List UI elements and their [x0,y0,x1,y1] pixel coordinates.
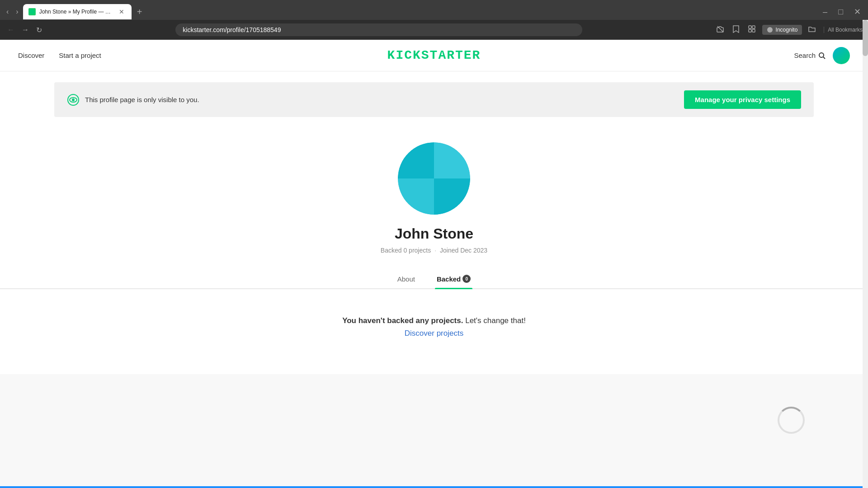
tab-about[interactable]: About [396,270,417,288]
svg-point-5 [767,27,773,33]
tab-favicon [28,8,36,15]
site-logo[interactable]: KICKSTARTER [387,48,481,62]
svg-point-10 [72,99,75,101]
tab-back-arrow[interactable]: ‹ [4,6,11,18]
tab-backed[interactable]: Backed 0 [435,270,472,288]
forward-button[interactable]: → [20,24,31,36]
backed-badge: 0 [462,275,471,283]
back-button[interactable]: ← [5,24,16,36]
incognito-button[interactable]: Incognito [762,25,802,35]
profile-avatar [398,142,470,215]
address-bar[interactable] [175,23,582,36]
page-load-bar [0,486,868,488]
svg-rect-1 [749,26,751,28]
search-icon [818,52,826,59]
privacy-settings-button[interactable]: Manage your privacy settings [684,90,801,109]
top-nav: Discover Start a project KICKSTARTER Sea… [0,40,868,71]
bookmark-icon[interactable] [731,23,741,37]
svg-point-0 [29,9,35,14]
close-window-button[interactable]: ✕ [850,5,864,19]
svg-rect-2 [752,26,755,28]
backed-label: Backed 0 projects [381,247,431,254]
user-avatar[interactable] [833,47,850,64]
start-project-link[interactable]: Start a project [59,52,101,59]
camera-off-icon [714,23,726,37]
scroll-track[interactable] [863,20,868,488]
svg-rect-4 [752,29,755,32]
empty-state: You haven't backed any projects. Let's c… [342,289,526,356]
active-tab[interactable]: John Stone » My Profile — Kick ✕ [23,4,132,19]
svg-rect-3 [749,29,751,32]
search-label: Search [794,52,816,59]
loading-spinner [778,407,805,434]
tab-close-button[interactable]: ✕ [117,7,126,16]
minimize-button[interactable]: – [819,5,831,19]
profile-name: John Stone [395,225,473,242]
eye-icon [67,94,80,106]
discover-projects-link[interactable]: Discover projects [405,329,463,338]
tab-title: John Stone » My Profile — Kick [39,9,113,15]
discover-link[interactable]: Discover [18,52,44,59]
bookmarks-label: All Bookmarks [824,27,863,33]
new-tab-button[interactable]: + [133,5,146,19]
profile-meta: Backed 0 projects · Joined Dec 2023 [381,247,487,254]
privacy-banner: This profile page is only visible to you… [54,82,814,117]
refresh-button[interactable]: ↻ [34,24,44,36]
joined-label: Joined Dec 2023 [440,247,487,254]
maximize-button[interactable]: □ [835,5,847,19]
profile-content: John Stone Backed 0 projects · Joined De… [0,128,868,374]
bookmarks-folder-icon[interactable] [807,24,817,36]
extensions-icon[interactable] [746,23,758,37]
empty-state-text: You haven't backed any projects. Let's c… [342,316,526,325]
svg-point-6 [819,53,824,57]
tab-forward-arrow[interactable]: › [13,6,21,18]
scroll-thumb[interactable] [863,20,868,56]
profile-tabs: About Backed 0 [0,270,868,289]
search-button[interactable]: Search [794,52,826,59]
privacy-message: This profile page is only visible to you… [85,96,199,103]
svg-line-7 [823,57,825,59]
meta-separator: · [434,247,436,254]
